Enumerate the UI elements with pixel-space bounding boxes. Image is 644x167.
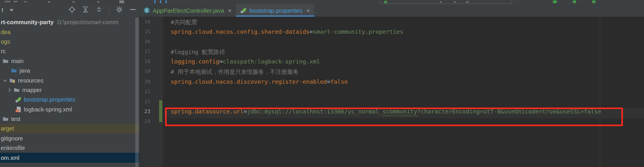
toolbar-separator (109, 7, 109, 14)
tree-item-mapper[interactable]: mapper (0, 85, 139, 95)
locate-icon[interactable] (68, 6, 76, 15)
line-number: 21 (140, 88, 150, 98)
code-line-23[interactable]: spring.datasource.url=jdbc:mysql://local… (164, 108, 644, 118)
code-line-17[interactable]: #logging 配置路径 (164, 48, 644, 58)
line-number: 22 (140, 98, 150, 108)
tab-title: bootstrap.properties (249, 7, 302, 14)
token-key: logging.config (171, 58, 219, 65)
tree-item-label: ogs (1, 38, 10, 45)
line-number: 23 (140, 108, 150, 118)
toolbar-green-fragment[interactable] (592, 0, 595, 3)
debug-button-fragment[interactable] (573, 0, 576, 3)
token-value: smart-community.properties (313, 29, 403, 35)
project-panel: t rt-community-partyD:\projects\smart-co… (0, 4, 139, 167)
tree-item-enkinsfile[interactable]: enkinsfile (0, 143, 139, 153)
folder-icon (14, 87, 20, 93)
tree-item-label: rc (1, 48, 6, 54)
tree-item-label: bootstrap.properties (24, 96, 75, 103)
svg-text:<>: <> (16, 109, 19, 112)
tree-item-om-xml[interactable]: om.xml (0, 153, 139, 162)
toolbar-fragment (72, 1, 75, 3)
tree-item-arget[interactable]: arget (0, 124, 139, 133)
chevron-down-icon[interactable] (2, 77, 8, 84)
chevron-right-icon[interactable] (6, 87, 13, 93)
project-path: D:\projects\smart-comm (57, 19, 119, 25)
token-op: = (219, 58, 223, 65)
tree-item-dea[interactable]: dea (0, 27, 139, 36)
line-number: 20 (140, 79, 150, 88)
expand-all-icon[interactable] (82, 6, 89, 15)
tree-item-rt-community-party[interactable]: rt-community-partyD:\projects\smart-comm (0, 17, 139, 27)
run-configuration-combo[interactable] (380, 0, 512, 4)
vcs-change-marker[interactable] (159, 100, 162, 122)
code-line-15[interactable]: spring.cloud.nacos.config.shared-dataids… (164, 29, 644, 38)
toolbar-fragment (97, 1, 99, 3)
tree-item-java[interactable]: java (0, 66, 139, 75)
toolbar-blue-fragment (154, 0, 156, 3)
code-line-21[interactable] (164, 88, 644, 98)
xml-icon: <> (15, 106, 21, 113)
run-config-icon (384, 1, 387, 3)
code-line-16[interactable] (164, 38, 644, 48)
token-comment: #logging 配置路径 (171, 49, 225, 55)
line-number: 19 (140, 68, 150, 78)
code-line-20[interactable]: spring.cloud.nacos.discovery.register-en… (164, 79, 644, 88)
token-value: ?characterEncoding=utf-8&useUnicode=true… (417, 108, 601, 115)
collapse-all-icon[interactable] (95, 6, 103, 15)
tree-item-ogs[interactable]: ogs (0, 37, 139, 46)
code-line-18[interactable]: logging.config=classpath:logback-spring.… (164, 58, 644, 68)
editor-tab-bar: CAppParElectController.java×bootstrap.pr… (139, 4, 644, 17)
svg-text:C: C (145, 8, 148, 13)
hide-icon[interactable] (129, 6, 136, 15)
toolbar-fragment (466, 1, 469, 3)
token-key: spring.cloud.nacos.discovery.register-en… (171, 79, 327, 85)
tree-item-label: java (19, 67, 30, 74)
editor-tab-bootstrap-properties[interactable]: bootstrap.properties× (236, 4, 314, 17)
code-line-22[interactable] (164, 98, 644, 108)
token-typo: scommunity (383, 108, 417, 115)
line-number: 24 (140, 118, 150, 128)
token-comment: #共同配置 (171, 19, 197, 25)
tree-item-bootstrap-properties[interactable]: bootstrap.properties (0, 95, 139, 104)
tree-item-label: arget (1, 125, 14, 132)
tree-item-gitignore[interactable]: gitignore (0, 134, 139, 143)
project-panel-header: t (0, 4, 139, 17)
chevron-down-icon[interactable] (10, 9, 14, 12)
tree-item-label: gitignore (1, 135, 23, 142)
token-key: spring.cloud.nacos.config.shared-dataids (171, 29, 309, 35)
tree-item-label: main (11, 58, 23, 64)
tree-item-label: mapper (22, 87, 42, 93)
editor-tab-appparelectcontroller-java[interactable]: CAppParElectController.java× (139, 4, 236, 17)
tree-item-logback-spring-xml[interactable]: <>logback-spring.xml (0, 105, 139, 114)
code-line-14[interactable]: #共同配置 (164, 19, 644, 29)
project-panel-title: t (2, 6, 3, 13)
project-tree-scrollbar[interactable] (135, 17, 139, 167)
tree-item-label: dea (1, 29, 10, 35)
run-button-fragment[interactable] (553, 0, 557, 3)
tree-item-resources[interactable]: resources (0, 75, 139, 85)
toolbar-fragment (454, 1, 456, 3)
tree-item-label: logback-spring.xml (24, 106, 72, 113)
editor-code-area: #共同配置spring.cloud.nacos.config.shared-da… (164, 19, 644, 129)
toolbar-fragment (24, 1, 27, 2)
line-number: 17 (140, 48, 150, 58)
close-icon[interactable]: × (306, 8, 310, 13)
tree-item-label: enkinsfile (1, 145, 25, 151)
token-op: = (243, 108, 247, 115)
toolbar-fragment (14, 1, 18, 2)
java-class-icon: C (144, 7, 150, 13)
project-tree: rt-community-partyD:\projects\smart-comm… (0, 17, 139, 163)
code-line-19[interactable]: # 用于本地测试，作用是只发现服务，不注册服务 (164, 68, 644, 78)
tree-item-label: rt-community-party (1, 19, 54, 25)
toolbar-fragment (440, 1, 442, 3)
close-icon[interactable]: × (228, 8, 232, 13)
spring-icon (240, 7, 247, 13)
tree-item-test[interactable]: test (0, 114, 139, 124)
code-line-24[interactable] (164, 118, 644, 128)
tree-item-main[interactable]: main (0, 56, 139, 66)
tree-item-rc[interactable]: rc (0, 46, 139, 56)
settings-icon[interactable] (116, 6, 123, 15)
tree-item-label: resources (18, 77, 43, 84)
folder-resources-icon (9, 77, 16, 84)
token-kw: false (331, 79, 348, 85)
